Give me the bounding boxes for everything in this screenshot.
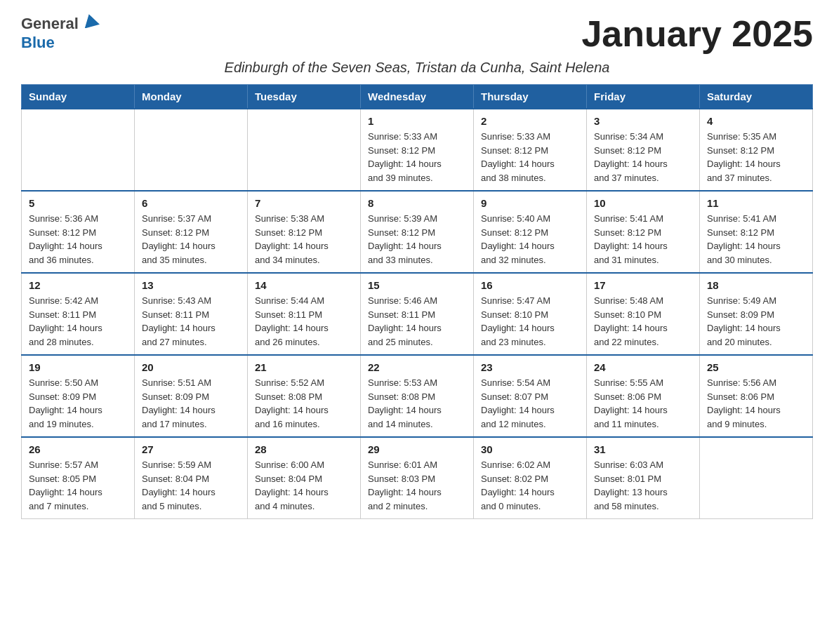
day-number: 23 — [481, 361, 579, 373]
day-number: 2 — [481, 115, 579, 127]
day-number: 18 — [707, 279, 805, 291]
day-info: Sunrise: 5:34 AMSunset: 8:12 PMDaylight:… — [594, 130, 692, 185]
calendar-cell: 8Sunrise: 5:39 AMSunset: 8:12 PMDaylight… — [361, 191, 474, 273]
calendar-header-wednesday: Wednesday — [361, 85, 474, 109]
calendar-cell — [22, 109, 135, 191]
calendar-cell: 1Sunrise: 5:33 AMSunset: 8:12 PMDaylight… — [361, 109, 474, 191]
logo-general: General — [21, 14, 100, 34]
day-number: 29 — [368, 443, 466, 455]
day-number: 8 — [368, 197, 466, 209]
calendar-cell: 20Sunrise: 5:51 AMSunset: 8:09 PMDayligh… — [135, 355, 248, 437]
calendar-cell: 7Sunrise: 5:38 AMSunset: 8:12 PMDaylight… — [248, 191, 361, 273]
day-info: Sunrise: 5:51 AMSunset: 8:09 PMDaylight:… — [142, 376, 240, 431]
calendar-cell: 9Sunrise: 5:40 AMSunset: 8:12 PMDaylight… — [474, 191, 587, 273]
day-info: Sunrise: 5:47 AMSunset: 8:10 PMDaylight:… — [481, 294, 579, 349]
calendar-cell: 6Sunrise: 5:37 AMSunset: 8:12 PMDaylight… — [135, 191, 248, 273]
calendar-header-friday: Friday — [587, 85, 700, 109]
calendar-cell: 28Sunrise: 6:00 AMSunset: 8:04 PMDayligh… — [248, 437, 361, 519]
calendar-week-row: 26Sunrise: 5:57 AMSunset: 8:05 PMDayligh… — [22, 437, 813, 519]
day-info: Sunrise: 6:01 AMSunset: 8:03 PMDaylight:… — [368, 458, 466, 513]
day-info: Sunrise: 5:46 AMSunset: 8:11 PMDaylight:… — [368, 294, 466, 349]
calendar-cell: 23Sunrise: 5:54 AMSunset: 8:07 PMDayligh… — [474, 355, 587, 437]
calendar-header-thursday: Thursday — [474, 85, 587, 109]
svg-marker-0 — [81, 13, 100, 28]
calendar-cell: 11Sunrise: 5:41 AMSunset: 8:12 PMDayligh… — [700, 191, 813, 273]
day-info: Sunrise: 5:44 AMSunset: 8:11 PMDaylight:… — [255, 294, 353, 349]
day-number: 6 — [142, 197, 240, 209]
day-number: 28 — [255, 443, 353, 455]
calendar-cell: 21Sunrise: 5:52 AMSunset: 8:08 PMDayligh… — [248, 355, 361, 437]
calendar-cell: 3Sunrise: 5:34 AMSunset: 8:12 PMDaylight… — [587, 109, 700, 191]
day-info: Sunrise: 5:49 AMSunset: 8:09 PMDaylight:… — [707, 294, 805, 349]
day-number: 27 — [142, 443, 240, 455]
calendar-header-row: SundayMondayTuesdayWednesdayThursdayFrid… — [22, 85, 813, 109]
page-subtitle: Edinburgh of the Seven Seas, Tristan da … — [21, 60, 813, 76]
calendar-cell: 4Sunrise: 5:35 AMSunset: 8:12 PMDaylight… — [700, 109, 813, 191]
calendar-cell: 31Sunrise: 6:03 AMSunset: 8:01 PMDayligh… — [587, 437, 700, 519]
calendar-header-tuesday: Tuesday — [248, 85, 361, 109]
calendar-week-row: 1Sunrise: 5:33 AMSunset: 8:12 PMDaylight… — [22, 109, 813, 191]
day-info: Sunrise: 5:35 AMSunset: 8:12 PMDaylight:… — [707, 130, 805, 185]
day-number: 22 — [368, 361, 466, 373]
day-number: 7 — [255, 197, 353, 209]
calendar-cell — [700, 437, 813, 519]
day-number: 12 — [29, 279, 127, 291]
page-title: January 2025 — [581, 14, 813, 54]
calendar-cell: 29Sunrise: 6:01 AMSunset: 8:03 PMDayligh… — [361, 437, 474, 519]
calendar-cell — [248, 109, 361, 191]
calendar-header-sunday: Sunday — [22, 85, 135, 109]
day-number: 19 — [29, 361, 127, 373]
day-info: Sunrise: 6:00 AMSunset: 8:04 PMDaylight:… — [255, 458, 353, 513]
calendar-week-row: 5Sunrise: 5:36 AMSunset: 8:12 PMDaylight… — [22, 191, 813, 273]
day-info: Sunrise: 5:57 AMSunset: 8:05 PMDaylight:… — [29, 458, 127, 513]
calendar-cell: 15Sunrise: 5:46 AMSunset: 8:11 PMDayligh… — [361, 273, 474, 355]
day-info: Sunrise: 5:50 AMSunset: 8:09 PMDaylight:… — [29, 376, 127, 431]
day-info: Sunrise: 5:41 AMSunset: 8:12 PMDaylight:… — [707, 212, 805, 267]
day-number: 1 — [368, 115, 466, 127]
day-info: Sunrise: 5:54 AMSunset: 8:07 PMDaylight:… — [481, 376, 579, 431]
day-info: Sunrise: 5:56 AMSunset: 8:06 PMDaylight:… — [707, 376, 805, 431]
calendar-cell: 25Sunrise: 5:56 AMSunset: 8:06 PMDayligh… — [700, 355, 813, 437]
day-number: 24 — [594, 361, 692, 373]
day-info: Sunrise: 5:39 AMSunset: 8:12 PMDaylight:… — [368, 212, 466, 267]
calendar-cell: 16Sunrise: 5:47 AMSunset: 8:10 PMDayligh… — [474, 273, 587, 355]
day-number: 15 — [368, 279, 466, 291]
day-number: 3 — [594, 115, 692, 127]
day-number: 10 — [594, 197, 692, 209]
day-number: 17 — [594, 279, 692, 291]
calendar-cell — [135, 109, 248, 191]
day-info: Sunrise: 5:43 AMSunset: 8:11 PMDaylight:… — [142, 294, 240, 349]
calendar-cell: 18Sunrise: 5:49 AMSunset: 8:09 PMDayligh… — [700, 273, 813, 355]
day-number: 31 — [594, 443, 692, 455]
day-info: Sunrise: 5:52 AMSunset: 8:08 PMDaylight:… — [255, 376, 353, 431]
day-info: Sunrise: 5:41 AMSunset: 8:12 PMDaylight:… — [594, 212, 692, 267]
day-number: 13 — [142, 279, 240, 291]
day-number: 26 — [29, 443, 127, 455]
calendar-cell: 19Sunrise: 5:50 AMSunset: 8:09 PMDayligh… — [22, 355, 135, 437]
calendar-cell: 14Sunrise: 5:44 AMSunset: 8:11 PMDayligh… — [248, 273, 361, 355]
day-info: Sunrise: 5:40 AMSunset: 8:12 PMDaylight:… — [481, 212, 579, 267]
logo: General Blue — [21, 14, 100, 52]
calendar-week-row: 12Sunrise: 5:42 AMSunset: 8:11 PMDayligh… — [22, 273, 813, 355]
day-info: Sunrise: 6:02 AMSunset: 8:02 PMDaylight:… — [481, 458, 579, 513]
calendar-week-row: 19Sunrise: 5:50 AMSunset: 8:09 PMDayligh… — [22, 355, 813, 437]
calendar-header-monday: Monday — [135, 85, 248, 109]
calendar-cell: 17Sunrise: 5:48 AMSunset: 8:10 PMDayligh… — [587, 273, 700, 355]
calendar-cell: 2Sunrise: 5:33 AMSunset: 8:12 PMDaylight… — [474, 109, 587, 191]
day-number: 25 — [707, 361, 805, 373]
calendar-table: SundayMondayTuesdayWednesdayThursdayFrid… — [21, 84, 813, 519]
calendar-cell: 30Sunrise: 6:02 AMSunset: 8:02 PMDayligh… — [474, 437, 587, 519]
day-number: 14 — [255, 279, 353, 291]
calendar-cell: 13Sunrise: 5:43 AMSunset: 8:11 PMDayligh… — [135, 273, 248, 355]
day-number: 16 — [481, 279, 579, 291]
day-number: 5 — [29, 197, 127, 209]
day-info: Sunrise: 5:59 AMSunset: 8:04 PMDaylight:… — [142, 458, 240, 513]
day-number: 30 — [481, 443, 579, 455]
day-info: Sunrise: 5:33 AMSunset: 8:12 PMDaylight:… — [368, 130, 466, 185]
calendar-cell: 10Sunrise: 5:41 AMSunset: 8:12 PMDayligh… — [587, 191, 700, 273]
day-info: Sunrise: 5:53 AMSunset: 8:08 PMDaylight:… — [368, 376, 466, 431]
day-number: 9 — [481, 197, 579, 209]
day-number: 11 — [707, 197, 805, 209]
day-info: Sunrise: 5:48 AMSunset: 8:10 PMDaylight:… — [594, 294, 692, 349]
day-info: Sunrise: 5:33 AMSunset: 8:12 PMDaylight:… — [481, 130, 579, 185]
